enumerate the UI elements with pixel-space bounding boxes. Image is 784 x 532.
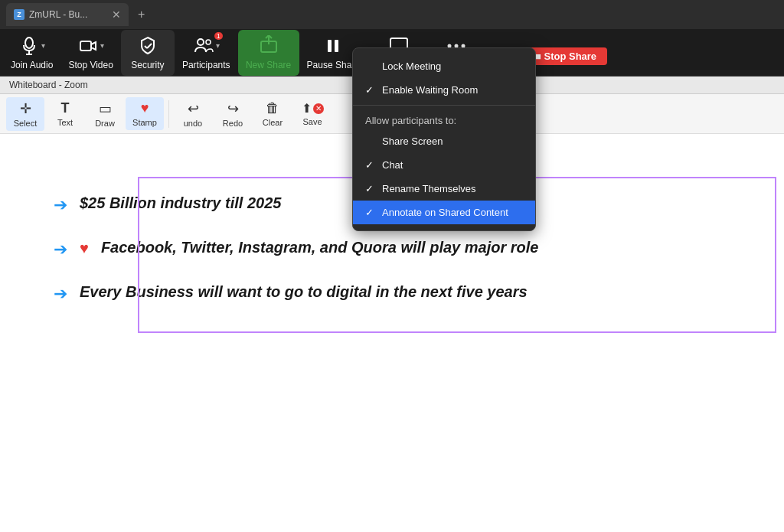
wb-stamp-tool[interactable]: ♥ Stamp bbox=[126, 97, 164, 130]
arrow-icon-3: ➔ bbox=[54, 284, 67, 304]
wb-clear-tool[interactable]: 🗑 Clear bbox=[253, 97, 292, 130]
participants-arrow: ▾ bbox=[216, 41, 220, 50]
wb-undo-label: undo bbox=[184, 119, 202, 128]
new-share-button[interactable]: New Share bbox=[238, 30, 299, 76]
arrow-icon-1: ➔ bbox=[54, 195, 67, 215]
browser-tab[interactable]: Z ZmURL - Bu... ✕ bbox=[6, 3, 129, 26]
wb-redo-tool[interactable]: ↪ Redo bbox=[214, 97, 252, 131]
join-audio-button[interactable]: ▾ Join Audio bbox=[3, 30, 60, 76]
rename-themselves-label: Rename Themselves bbox=[382, 183, 476, 194]
wb-save-label: Save bbox=[302, 117, 322, 126]
lock-meeting-label: Lock Meeting bbox=[382, 60, 441, 72]
share-screen-label: Share Screen bbox=[382, 135, 443, 147]
security-label: Security bbox=[131, 60, 164, 70]
participants-button[interactable]: 1 ▾ Participants bbox=[175, 30, 238, 76]
wb-redo-label: Redo bbox=[223, 119, 243, 128]
save-x-icon: ✕ bbox=[313, 103, 324, 114]
svg-point-0 bbox=[25, 38, 33, 48]
dropdown-divider bbox=[353, 105, 535, 106]
new-share-label: New Share bbox=[246, 60, 291, 70]
stop-video-button[interactable]: ▾ Stop Video bbox=[60, 30, 121, 76]
new-tab-button[interactable]: + bbox=[135, 8, 148, 21]
security-button[interactable]: Security bbox=[121, 30, 175, 76]
wb-separator bbox=[168, 100, 169, 128]
svg-point-7 bbox=[206, 40, 211, 44]
arrow-icon-2: ➔ bbox=[54, 240, 67, 259]
share-screen-item[interactable]: Share Screen bbox=[353, 129, 535, 153]
participants-label: Participants bbox=[182, 60, 230, 70]
tab-favicon: Z bbox=[14, 9, 24, 20]
participants-count-badge: 1 bbox=[214, 32, 223, 40]
join-audio-label: Join Audio bbox=[11, 60, 53, 70]
tab-title: ZmURL - Bu... bbox=[29, 9, 87, 20]
chat-item[interactable]: ✓ Chat bbox=[353, 153, 535, 177]
heart-icon: ♥ bbox=[80, 240, 89, 257]
bullet-text-1: $25 Billion industry till 2025 bbox=[80, 192, 281, 214]
bullet-text-2: Facebook, Twitter, Instagram, and Quora … bbox=[101, 237, 539, 258]
chat-label: Chat bbox=[382, 159, 403, 171]
wb-save-tool[interactable]: ⬆ ✕ Save bbox=[293, 98, 332, 129]
bullet-item-3: ➔ Every Business will want to go to digi… bbox=[54, 281, 761, 304]
stop-share-banner[interactable]: ■ Stop Share bbox=[524, 47, 607, 65]
wb-draw-label: Draw bbox=[95, 119, 115, 128]
allow-header: Allow participants to: bbox=[353, 109, 535, 129]
wb-clear-label: Clear bbox=[263, 118, 283, 127]
wb-draw-tool[interactable]: ▭ Draw bbox=[86, 97, 124, 131]
bullet-text-3: Every Business will want to go to digita… bbox=[80, 281, 528, 302]
annotate-shared-label: Annotate on Shared Content bbox=[382, 207, 508, 218]
tab-close-button[interactable]: ✕ bbox=[112, 8, 121, 21]
lock-meeting-item[interactable]: Lock Meeting bbox=[353, 54, 535, 78]
wb-undo-tool[interactable]: ↩ undo bbox=[174, 97, 212, 131]
security-dropdown: Lock Meeting ✓ Enable Waiting Room Allow… bbox=[352, 47, 536, 231]
wb-text-label: Text bbox=[57, 118, 73, 127]
enable-waiting-room-item[interactable]: ✓ Enable Waiting Room bbox=[353, 78, 535, 102]
join-audio-arrow: ▾ bbox=[41, 41, 45, 50]
bullet-item-2: ➔ ♥ Facebook, Twitter, Instagram, and Qu… bbox=[54, 237, 761, 259]
browser-chrome: Z ZmURL - Bu... ✕ + bbox=[0, 0, 784, 29]
svg-rect-10 bbox=[328, 40, 332, 52]
wb-select-label: Select bbox=[14, 119, 38, 128]
rename-themselves-item[interactable]: ✓ Rename Themselves bbox=[353, 177, 535, 201]
wb-select-tool[interactable]: ✛ Select bbox=[6, 97, 44, 131]
annotate-shared-content-item[interactable]: ✓ Annotate on Shared Content bbox=[353, 201, 535, 224]
svg-line-5 bbox=[147, 44, 152, 48]
enable-waiting-room-label: Enable Waiting Room bbox=[382, 84, 478, 96]
svg-point-6 bbox=[198, 39, 204, 45]
svg-rect-11 bbox=[335, 40, 338, 52]
stop-video-arrow: ▾ bbox=[100, 41, 104, 50]
wb-text-tool[interactable]: T Text bbox=[46, 97, 84, 130]
stop-video-label: Stop Video bbox=[68, 60, 113, 70]
wb-stamp-label: Stamp bbox=[132, 118, 157, 127]
svg-rect-3 bbox=[80, 41, 91, 51]
